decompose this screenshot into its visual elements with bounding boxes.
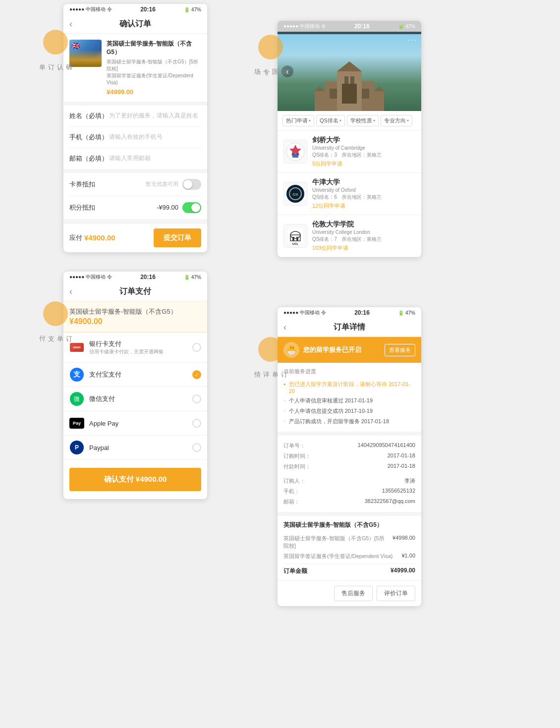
side-label-payment: 订单支付	[38, 301, 74, 330]
phone-input[interactable]: 请输入有效的手机号	[109, 133, 201, 141]
coupon-hint: 暂无优惠可用	[146, 180, 178, 188]
payment-item-alipay[interactable]: 支 支付宝支付	[63, 363, 207, 387]
product-title: 英国硕士留学服务-智能版（不含G5）	[107, 40, 201, 56]
rate-order-button[interactable]: 评价订单	[377, 586, 415, 601]
pay-time: 2017-01-18	[388, 463, 415, 470]
ucl-meta: QS排名：7 所在地区：英格兰	[312, 236, 415, 243]
view-service-button[interactable]: 查看服务	[385, 344, 415, 356]
svg-text:UCL: UCL	[292, 242, 299, 245]
page-title-4: 订单详情	[334, 322, 365, 333]
bank-payment-sublabel: 信用卡健康卡付款，无需开通网银	[89, 348, 164, 355]
total-price: ¥4999.00	[391, 567, 415, 575]
carrier-1: ●●●●● 中国移动 令	[69, 6, 112, 13]
side-label-circle-3	[43, 301, 68, 326]
coupon-row: 卡券抵扣 暂无优惠可用	[69, 173, 201, 196]
order-summary: 英国硕士留学服务-智能版（不含G5） ¥4900.00	[63, 301, 207, 333]
bank-payment-label: 银行卡支付	[89, 339, 164, 348]
list-item[interactable]: UCL 伦敦大学学院 University College London QS排…	[278, 215, 421, 257]
bank-radio[interactable]	[192, 343, 201, 352]
buyer-row: 订购人： 李涛	[283, 476, 415, 486]
confirm-pay-button[interactable]: 确认支付 ¥4900.00	[69, 468, 201, 491]
time-1: 20:16	[140, 6, 156, 13]
side-label-circle-1	[43, 30, 68, 55]
after-sale-button[interactable]: 售后服务	[334, 586, 373, 601]
screen-order-payment: ●●●●● 中国移动 令 20:16 🔋 47% ‹ 订单支付 英国硕士留学服务…	[63, 272, 207, 499]
applepay-label: Apple Pay	[89, 420, 192, 427]
applepay-icon: Pay	[69, 418, 84, 429]
screen-confirm-order: ●●●●● 中国移动 令 20:16 🔋 47% ‹ 确认订单 英国硕士留学服务…	[63, 4, 207, 252]
progress-dot-4: +	[283, 419, 286, 424]
svg-rect-14	[292, 154, 298, 158]
svg-rect-22	[296, 237, 298, 241]
footer-price: ¥4900.00	[84, 233, 115, 242]
side-label-uk: 英国专场	[253, 35, 289, 63]
points-toggle[interactable]	[182, 202, 201, 213]
order-form: 姓名（必填） 为了更好的服务，请输入真是姓名 手机（必填） 请输入有效的手机号 …	[63, 106, 207, 173]
cambridge-logo	[283, 140, 307, 164]
product-image	[69, 40, 102, 67]
coupon-toggle[interactable]	[182, 179, 201, 190]
alipay-radio[interactable]	[192, 370, 201, 379]
name-input[interactable]: 为了更好的服务，请输入真是姓名	[109, 112, 201, 120]
ucl-name-zh: 伦敦大学学院	[312, 220, 415, 229]
nav-bar-4: ‹ 订单详情	[278, 318, 421, 337]
email-input[interactable]: 请输入常用邮箱	[109, 154, 201, 163]
cambridge-name-zh: 剑桥大学	[312, 136, 415, 145]
coupon-right: 暂无优惠可用	[146, 179, 201, 190]
order-summary-title: 英国硕士留学服务-智能版（不含G5）	[69, 307, 201, 316]
applepay-radio[interactable]	[192, 419, 201, 428]
svg-rect-3	[342, 84, 357, 104]
product-info: 英国硕士留学服务-智能版（不含G5） 英国硕士留学服务-智能版（不含G5）[5所…	[107, 40, 201, 96]
progress-section: 当前服务进度 ● 您已进入留学方案设计阶段，请耐心等待 2017-01-20 +…	[278, 363, 421, 436]
phone-row: 手机（必填） 请输入有效的手机号	[69, 127, 201, 148]
product-detail-price-2: ¥1.00	[401, 553, 415, 560]
nav-bar-3: ‹ 订单支付	[63, 282, 207, 301]
progress-item: ● 您已进入留学方案设计阶段，请耐心等待 2017-01-20	[283, 379, 415, 395]
paypal-radio[interactable]	[192, 443, 201, 452]
filter-major[interactable]: 专业方向 ▾	[381, 115, 412, 126]
email-row: 邮箱（必填） 请输入常用邮箱	[69, 148, 201, 169]
list-item[interactable]: OX 牛津大学 University of Oxford QS排名：6 所在地区…	[278, 173, 421, 215]
progress-text-3: 个人申请信息提交成功 2017-10-19	[289, 407, 373, 415]
list-item[interactable]: 剑桥大学 University of Cambridge QS排名：3 所在地区…	[278, 131, 421, 173]
product-detail-price-1: ¥4998.00	[392, 535, 415, 550]
progress-dot-3: +	[283, 409, 286, 413]
university-list: 剑桥大学 University of Cambridge QS排名：3 所在地区…	[278, 131, 421, 257]
name-label: 姓名（必填）	[69, 112, 109, 120]
filter-qs[interactable]: QS排名 ▾	[316, 115, 345, 126]
order-number: 140429095047416140​0	[358, 442, 415, 449]
hero-nav-left[interactable]: ‹	[281, 65, 293, 77]
hero-image: ‹ ··· 产品 院校 政策 案例	[278, 32, 421, 111]
product-detail-name-2: 英国留学签证服务(学生签证/Dependent Visa)	[283, 553, 401, 560]
filter-type[interactable]: 学校性质 ▾	[347, 115, 379, 126]
purchase-time-row: 订购时间： 2017-01-18	[283, 451, 415, 461]
back-button-1[interactable]: ‹	[69, 19, 72, 29]
wechat-icon: 微	[70, 392, 84, 406]
filter-bar: 热门申请 ▾ QS排名 ▾ 学校性质 ▾ 专业方向 ▾	[278, 111, 421, 131]
oxford-applicants: 12位同学申请	[312, 202, 415, 210]
progress-text-2: 个人申请信息审核通过 2017-01-19	[289, 397, 373, 404]
progress-item: + 个人申请信息审核通过 2017-01-19	[283, 395, 415, 406]
bank-payment-info: 银行卡支付 信用卡健康卡付款，无需开通网银	[89, 339, 164, 355]
back-button-3[interactable]: ‹	[69, 286, 72, 297]
wechat-radio[interactable]	[192, 394, 201, 403]
footer-bar: 应付 ¥4900.00 提交订单	[63, 223, 207, 252]
progress-dot-1: ●	[283, 382, 286, 387]
product-price: ¥4999.00	[107, 88, 201, 96]
action-bar: 售后服务 评价订单	[278, 581, 421, 606]
screen-order-detail: ●●●●● 中国移动 令 20:16 🔋 47% ‹ 订单详情 🐣 您的留学服务…	[278, 307, 421, 606]
submit-order-button[interactable]: 提交订单	[154, 228, 201, 247]
order-number-row: 订单号： 140429095047416140​0	[283, 441, 415, 451]
back-button-4[interactable]: ‹	[283, 322, 286, 333]
payment-item-wechat[interactable]: 微 微信支付	[63, 387, 207, 411]
footer-total-label: 应付	[69, 233, 82, 242]
name-row: 姓名（必填） 为了更好的服务，请输入真是姓名	[69, 106, 201, 127]
payment-item-paypal[interactable]: P Paypal	[63, 436, 207, 460]
payment-item-applepay[interactable]: Pay Apple Pay	[63, 411, 207, 436]
progress-title: 当前服务进度	[283, 368, 415, 375]
svg-rect-4	[344, 76, 348, 84]
ucl-name-en: University College London	[312, 229, 415, 235]
payment-item-bank[interactable]: 银行卡支付 信用卡健康卡付款，无需开通网银	[63, 333, 207, 363]
alipay-icon: 支	[70, 368, 84, 382]
filter-popular[interactable]: 热门申请 ▾	[282, 115, 314, 126]
